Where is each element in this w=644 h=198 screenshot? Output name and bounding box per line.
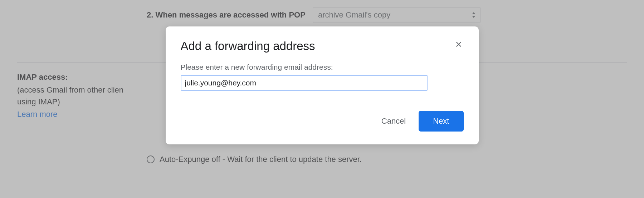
cancel-button[interactable]: Cancel xyxy=(381,117,406,126)
close-button[interactable] xyxy=(454,39,464,49)
forwarding-dialog: Add a forwarding address Please enter a … xyxy=(166,26,479,144)
dialog-prompt: Please enter a new forwarding email addr… xyxy=(181,63,464,71)
forwarding-email-input[interactable] xyxy=(181,75,428,91)
dialog-title: Add a forwarding address xyxy=(181,39,315,53)
dialog-actions: Cancel Next xyxy=(181,111,464,132)
next-button[interactable]: Next xyxy=(419,111,463,132)
modal-overlay: Add a forwarding address Please enter a … xyxy=(0,0,644,198)
close-icon xyxy=(454,40,463,49)
dialog-header: Add a forwarding address xyxy=(181,39,464,53)
